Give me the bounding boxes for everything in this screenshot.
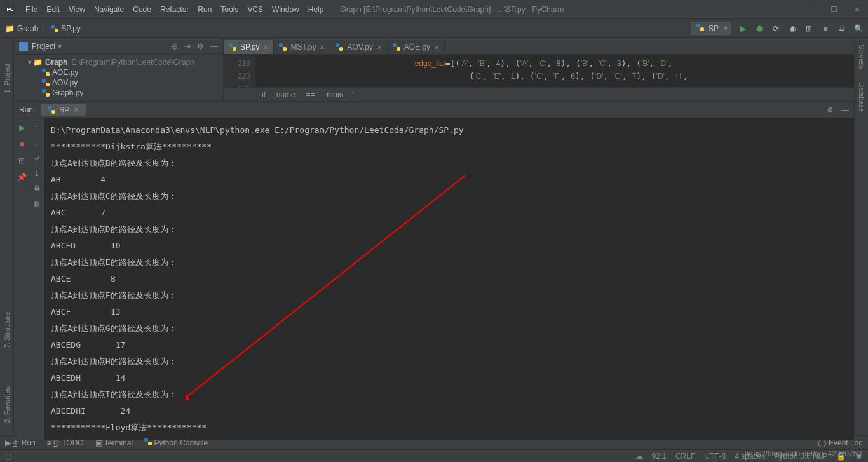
logo-icon: PC: [5, 4, 15, 15]
python-icon: [42, 89, 50, 97]
coverage-button[interactable]: ⟳: [771, 24, 780, 33]
clear-icon[interactable]: 🗑: [33, 200, 41, 208]
tree-file-name: Graph.py: [52, 88, 83, 97]
hide-icon[interactable]: —: [841, 105, 849, 114]
debug-button[interactable]: ⬢: [755, 24, 764, 33]
project-label[interactable]: Project: [32, 42, 55, 51]
run-tools: ⚙ —: [827, 105, 849, 114]
run-config-select[interactable]: SP: [691, 22, 731, 35]
scroll-from-source-icon[interactable]: ⊕: [172, 42, 178, 51]
left-tab-favorites[interactable]: 2: Favorites: [3, 386, 11, 423]
maximize-button[interactable]: ☐: [828, 3, 840, 17]
python-icon: [336, 43, 343, 51]
run-gutter-left: ▶ ■ ⊞ 📌: [14, 118, 29, 440]
console-output[interactable]: D:\ProgramData\Anaconda3\envs\NLP\python…: [44, 118, 854, 440]
status-encoding[interactable]: UTF-8: [704, 452, 726, 461]
tree-root[interactable]: ▼ 📁 Graph E:\Program\Python\LeetCode\Gra…: [14, 57, 223, 67]
tree-root-path: E:\Program\Python\LeetCode\Graph: [71, 58, 194, 67]
hide-icon[interactable]: —: [210, 42, 218, 51]
close-icon[interactable]: ✕: [73, 105, 79, 114]
chevron-down-icon[interactable]: ▾: [58, 42, 62, 51]
gear-icon[interactable]: ⚙: [197, 42, 204, 51]
menu-help[interactable]: Help: [304, 3, 328, 17]
editor-tab[interactable]: AOV.py✕: [330, 40, 387, 54]
tree-file-name: AOE.py: [52, 68, 78, 77]
up-icon[interactable]: ↑: [35, 123, 39, 132]
layout-icon[interactable]: ⊞: [18, 156, 25, 165]
profile-button[interactable]: ◉: [788, 24, 797, 33]
editor-tabs: SP.py✕ MST.py✕ AOV.py✕ AOE.py✕: [224, 38, 854, 55]
menu-view[interactable]: View: [65, 3, 89, 17]
search-everywhere-button[interactable]: 🔍: [854, 24, 863, 33]
vcs-update-button[interactable]: ⇊: [837, 24, 846, 33]
tree-file[interactable]: AOV.py: [14, 78, 223, 88]
close-icon[interactable]: ✕: [263, 44, 268, 51]
close-icon[interactable]: ✕: [320, 44, 325, 51]
minimize-button[interactable]: ─: [806, 3, 817, 17]
python-icon: [51, 25, 58, 32]
menu-code[interactable]: Code: [129, 3, 155, 17]
left-tool-strip: 1: Project 7: Structure 2: Favorites: [0, 38, 14, 435]
tree-root-name: Graph: [45, 58, 67, 67]
rerun-icon[interactable]: ▶: [19, 123, 25, 132]
watermark: https://blog.csdn.net/qq_42730750: [745, 449, 862, 458]
code-area[interactable]: 219220221 edge_list=[('A', 'B', 4), ('A'…: [224, 55, 854, 87]
status-indicator-icon[interactable]: ☁: [635, 452, 643, 461]
python-icon: [696, 24, 704, 31]
folder-icon: 📁: [33, 58, 43, 67]
run-button[interactable]: ▶: [738, 24, 747, 33]
stop-icon[interactable]: ■: [19, 140, 24, 149]
print-icon[interactable]: 🖶: [33, 184, 41, 193]
collapse-all-icon[interactable]: ⇥: [184, 42, 191, 51]
titlebar: PC File Edit View Navigate Code Refactor…: [0, 0, 868, 19]
soft-wrap-icon[interactable]: ⤶: [34, 154, 40, 163]
menu-run[interactable]: Run: [194, 3, 215, 17]
scroll-end-icon[interactable]: ⤓: [34, 169, 40, 178]
editor-breadcrumb[interactable]: if __name__ == '__main__': [224, 87, 854, 101]
menu-navigate[interactable]: Navigate: [90, 3, 128, 17]
close-icon[interactable]: ✕: [377, 44, 382, 51]
run-gutter-left2: ↑ ↓ ⤶ ⤓ 🖶 🗑: [29, 118, 44, 440]
window-title: Graph [E:\Program\Python\LeetCode\Graph]…: [340, 5, 564, 14]
project-tools: ⊕ ⇥ ⚙ —: [172, 42, 218, 51]
editor-tab[interactable]: SP.py✕: [224, 40, 274, 54]
run-tool-window: Run: SP ✕ ⚙ — ▶ ■ ⊞ 📌: [14, 102, 854, 440]
main-menu: File Edit View Navigate Code Refactor Ru…: [22, 3, 327, 17]
left-tab-project[interactable]: 1: Project: [3, 64, 11, 93]
breadcrumb-file[interactable]: SP.py: [61, 24, 80, 33]
menu-file[interactable]: File: [22, 3, 41, 17]
concurrency-button[interactable]: ⊞: [804, 24, 813, 33]
run-header: Run: SP ✕ ⚙ —: [14, 102, 854, 118]
run-tab[interactable]: SP ✕: [41, 104, 86, 116]
status-eol[interactable]: CRLF: [675, 452, 695, 461]
tree-file[interactable]: AOE.py: [14, 67, 223, 78]
menu-refactor[interactable]: Refactor: [156, 3, 193, 17]
close-button[interactable]: ✕: [851, 3, 863, 17]
right-tab-database[interactable]: Database: [858, 82, 865, 112]
status-position[interactable]: 92:1: [652, 452, 667, 461]
menu-vcs[interactable]: VCS: [243, 3, 267, 17]
gear-icon[interactable]: ⚙: [827, 105, 834, 114]
editor-tab[interactable]: MST.py✕: [274, 40, 330, 54]
right-tab-sciview[interactable]: SciView: [858, 44, 865, 69]
close-icon[interactable]: ✕: [434, 44, 439, 51]
run-body: ▶ ■ ⊞ 📌 ↑ ↓ ⤶ ⤓ 🖶 🗑 D:\ProgramData\Anaco…: [14, 118, 854, 440]
status-bar: ▢ ☁ 92:1 CRLF UTF-8 4 spaces Python 3.6 …: [0, 449, 868, 462]
pin-icon[interactable]: 📌: [17, 173, 27, 182]
run-label: Run:: [19, 105, 35, 114]
breadcrumb-folder[interactable]: Graph: [17, 24, 38, 33]
tree-file-name: AOV.py: [52, 78, 78, 87]
menu-edit[interactable]: Edit: [43, 3, 64, 17]
menu-tools[interactable]: Tools: [217, 3, 242, 17]
project-tool-window: Project ▾ ⊕ ⇥ ⚙ — ▼ 📁 Graph E:\Program\P…: [14, 38, 224, 101]
down-icon[interactable]: ↓: [35, 139, 39, 147]
status-box-icon[interactable]: ▢: [5, 452, 12, 461]
menu-window[interactable]: Window: [268, 3, 303, 17]
tab-label: AOV.py: [347, 43, 372, 51]
breadcrumb-sep: 〉: [41, 23, 48, 34]
left-tab-structure[interactable]: 7: Structure: [3, 312, 11, 348]
expand-icon[interactable]: ▼: [27, 59, 33, 65]
tree-file[interactable]: Graph.py: [14, 88, 223, 98]
stop-button[interactable]: ■: [821, 24, 830, 33]
editor-tab[interactable]: AOE.py✕: [388, 40, 445, 54]
